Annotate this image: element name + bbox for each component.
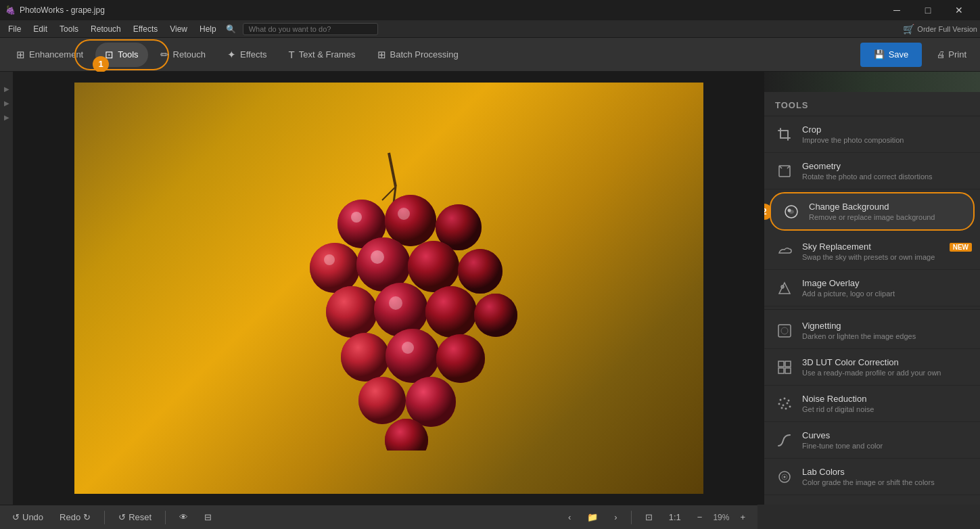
- menu-effects[interactable]: Effects: [128, 23, 163, 35]
- tab-enhancement[interactable]: ⊞ Enhancement: [7, 43, 93, 67]
- menu-tools[interactable]: Tools: [54, 23, 84, 35]
- image-canvas: [14, 72, 764, 505]
- redo-button[interactable]: Redo ↻: [54, 509, 96, 525]
- close-button[interactable]: ✕: [943, 0, 975, 20]
- reset-button[interactable]: ↺ Reset: [113, 509, 157, 525]
- next-icon: ›: [614, 512, 617, 522]
- search-input[interactable]: [243, 23, 378, 35]
- tool-geometry[interactable]: Geometry Rotate the photo and correct di…: [764, 153, 980, 189]
- geometry-icon: [775, 162, 794, 181]
- nav-next-button[interactable]: ›: [609, 509, 622, 525]
- fit-screen-button[interactable]: ⊡: [640, 509, 658, 525]
- vignetting-text: Vignetting Darken or lighten the image e…: [802, 321, 969, 340]
- menu-edit[interactable]: Edit: [28, 23, 53, 35]
- tab-text-frames[interactable]: T Text & Frames: [279, 43, 365, 67]
- svg-point-22: [425, 286, 477, 338]
- tab-retouch[interactable]: ✏ Retouch: [151, 43, 215, 67]
- svg-point-65: [781, 407, 783, 409]
- eye-icon: 👁: [179, 512, 188, 522]
- noise-reduction-text: Noise Reduction Get rid of digital noise: [802, 394, 969, 413]
- image-overlay-text: Image Overlay Add a picture, logo or cli…: [802, 278, 969, 298]
- minimize-button[interactable]: ─: [881, 0, 912, 20]
- svg-point-64: [789, 405, 791, 407]
- sky-replacement-icon: [775, 242, 794, 261]
- tool-sky-replacement[interactable]: Sky Replacement Swap the sky with preset…: [764, 233, 980, 270]
- zoom-100-button[interactable]: 1:1: [663, 509, 686, 525]
- photo-display: [74, 83, 703, 494]
- collapse-arrow-1[interactable]: ▶: [4, 85, 9, 93]
- step1-badge: 1: [93, 56, 109, 72]
- preview-button[interactable]: 👁: [174, 509, 193, 525]
- svg-point-59: [784, 397, 786, 399]
- tool-image-overlay[interactable]: Image Overlay Add a picture, logo or cli…: [764, 270, 980, 306]
- save-button[interactable]: 💾 Save: [860, 43, 923, 67]
- 3d-lut-text: 3D LUT Color Correction Use a ready-made…: [802, 357, 969, 377]
- svg-point-14: [408, 241, 459, 292]
- menu-help[interactable]: Help: [194, 23, 222, 35]
- redo-icon: ↻: [83, 512, 91, 522]
- maximize-button[interactable]: □: [912, 0, 943, 20]
- change-background-text: Change Background Remove or replace imag…: [809, 202, 962, 221]
- geometry-text: Geometry Rotate the photo and correct di…: [802, 161, 969, 181]
- toolbar-separator-3: [631, 511, 632, 524]
- lab-colors-icon: [775, 467, 794, 486]
- svg-point-26: [341, 333, 390, 382]
- collapse-arrow-2[interactable]: ▶: [4, 99, 9, 107]
- toolbar-separator-1: [104, 511, 105, 524]
- tool-noise-reduction[interactable]: Noise Reduction Get rid of digital noise: [764, 386, 980, 422]
- nav-prev-button[interactable]: ‹: [563, 509, 576, 525]
- tool-lab-colors[interactable]: Lab Colors Color grade the image or shif…: [764, 459, 980, 495]
- tool-vignetting[interactable]: Vignetting Darken or lighten the image e…: [764, 313, 980, 349]
- zoom-out-button[interactable]: −: [692, 509, 708, 525]
- tool-crop[interactable]: Crop Improve the photo composition: [764, 116, 980, 153]
- menubar: File Edit Tools Retouch Effects View Hel…: [0, 20, 980, 38]
- curves-icon: [775, 431, 794, 450]
- toolbar: ⊞ Enhancement ⊡ Tools 1 ✏ Retouch ✦ Effe…: [0, 38, 980, 72]
- tool-curves[interactable]: Curves Fine-tune tone and color: [764, 422, 980, 459]
- svg-point-66: [785, 407, 787, 409]
- svg-point-18: [326, 286, 377, 338]
- svg-rect-57: [785, 368, 791, 373]
- tab-batch-processing[interactable]: ⊞ Batch Processing: [368, 43, 468, 67]
- tool-change-background[interactable]: Change Background Remove or replace imag…: [770, 192, 975, 231]
- print-icon: 🖨: [937, 49, 946, 60]
- collapse-arrow-3[interactable]: ▶: [4, 114, 9, 121]
- batch-icon: ⊞: [377, 49, 386, 61]
- undo-icon: ↺: [12, 512, 20, 522]
- fit-icon: ⊡: [645, 512, 653, 522]
- svg-point-60: [788, 399, 790, 401]
- print-button[interactable]: 🖨 Print: [930, 43, 973, 67]
- toolbar-separator-2: [165, 511, 166, 524]
- menu-file[interactable]: File: [3, 23, 26, 35]
- change-background-icon: [782, 202, 801, 221]
- svg-point-62: [783, 404, 785, 406]
- svg-point-63: [787, 402, 789, 404]
- left-sidebar: ▶ ▶ ▶: [0, 72, 14, 505]
- lab-colors-text: Lab Colors Color grade the image or shif…: [802, 467, 969, 486]
- undo-button[interactable]: ↺ Undo: [7, 509, 49, 525]
- app-title: PhotoWorks - grape.jpg: [20, 5, 105, 15]
- order-full-version[interactable]: 🛒 Order Full Version: [903, 24, 977, 34]
- svg-point-38: [398, 208, 410, 220]
- zoom-in-button[interactable]: +: [734, 509, 751, 525]
- main-area: ▶ ▶ ▶: [0, 72, 980, 505]
- titlebar-controls: ─ □ ✕: [881, 0, 975, 20]
- bottom-toolbar: ↺ Undo Redo ↻ ↺ Reset 👁 ⊟ ‹ 📁 › ⊡ 1:1 − …: [0, 505, 757, 529]
- menu-retouch[interactable]: Retouch: [85, 23, 126, 35]
- svg-point-49: [788, 208, 791, 212]
- svg-point-37: [351, 212, 362, 223]
- menu-view[interactable]: View: [164, 23, 193, 35]
- tools-panel: TOOLS Crop Improve the photo composition: [764, 72, 980, 505]
- svg-line-0: [389, 153, 396, 187]
- svg-point-42: [402, 342, 414, 354]
- svg-point-40: [371, 250, 384, 264]
- svg-point-53: [781, 327, 788, 334]
- compare-button[interactable]: ⊟: [199, 509, 217, 525]
- folder-button[interactable]: 📁: [582, 509, 603, 525]
- zoom-level: 19%: [713, 513, 729, 522]
- save-icon: 💾: [874, 49, 885, 60]
- tab-effects[interactable]: ✦ Effects: [218, 43, 277, 67]
- tool-3d-lut[interactable]: 3D LUT Color Correction Use a ready-made…: [764, 349, 980, 386]
- reset-icon: ↺: [118, 512, 126, 522]
- svg-point-32: [358, 377, 406, 424]
